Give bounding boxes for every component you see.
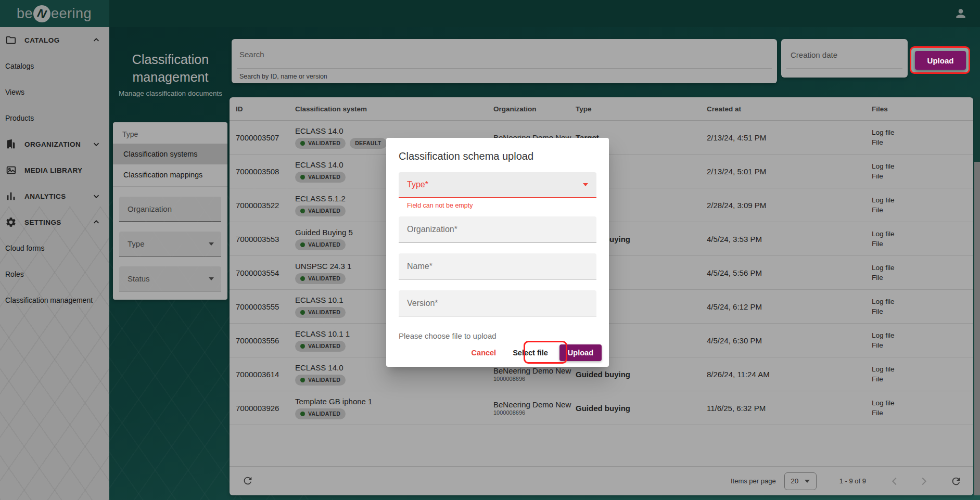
dialog-organization-field[interactable]: Organization* (399, 216, 596, 242)
dialog-version-label: Version* (407, 299, 438, 308)
chevron-down-icon (583, 183, 588, 186)
dialog-file-hint: Please choose file to upload (399, 331, 596, 340)
dialog-type-label: Type* (407, 180, 583, 189)
select-file-button[interactable]: Select file (506, 344, 554, 361)
dialog-actions: Cancel Select file Upload (464, 344, 602, 361)
dialog-title: Classification schema upload (399, 150, 596, 162)
cancel-button[interactable]: Cancel (464, 344, 504, 361)
dialog-name-field[interactable]: Name* (399, 253, 596, 279)
upload-button[interactable]: Upload (915, 51, 966, 70)
dialog-version-field[interactable]: Version* (399, 290, 596, 316)
dialog-upload-button[interactable]: Upload (559, 344, 602, 361)
dialog-type-error: Field can not be empty (407, 202, 596, 209)
dialog-type-select[interactable]: Type* (399, 172, 596, 198)
dialog-name-label: Name* (407, 262, 432, 271)
upload-dialog: Classification schema upload Type* Field… (386, 138, 609, 367)
dialog-organization-label: Organization* (407, 225, 457, 234)
